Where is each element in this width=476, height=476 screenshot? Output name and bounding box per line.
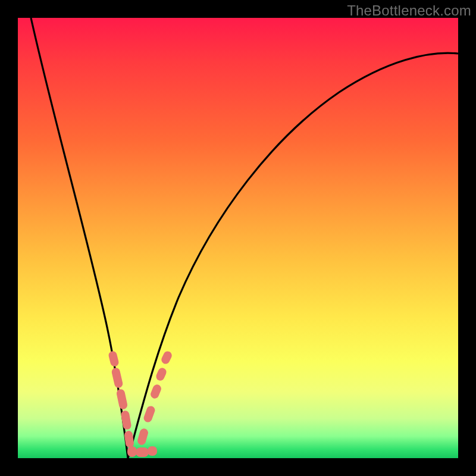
svg-rect-6 xyxy=(136,447,149,457)
plot-area xyxy=(18,18,458,458)
svg-rect-8 xyxy=(136,428,149,446)
curve-layer xyxy=(18,18,458,458)
svg-rect-3 xyxy=(120,410,131,430)
bottleneck-curve-right xyxy=(128,53,458,458)
bottleneck-curve-left xyxy=(31,18,128,458)
svg-rect-0 xyxy=(108,350,120,368)
svg-rect-10 xyxy=(149,383,162,399)
svg-rect-1 xyxy=(111,367,123,389)
svg-rect-9 xyxy=(143,405,156,423)
svg-rect-12 xyxy=(160,350,173,365)
svg-rect-11 xyxy=(155,367,168,382)
marker-cluster xyxy=(108,350,173,457)
watermark-text: TheBottleneck.com xyxy=(347,2,471,19)
svg-rect-5 xyxy=(127,446,137,457)
svg-rect-2 xyxy=(116,389,129,410)
svg-rect-7 xyxy=(148,446,157,456)
chart-frame: TheBottleneck.com xyxy=(0,0,476,476)
